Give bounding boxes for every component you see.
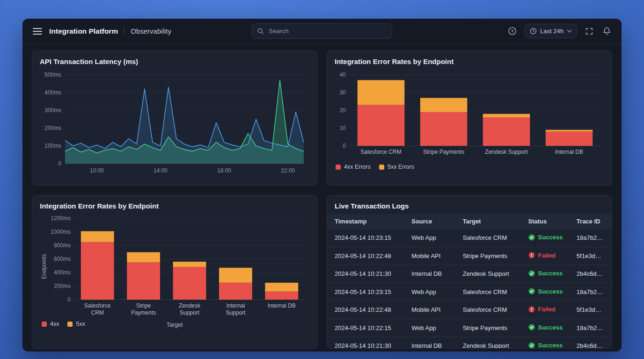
help-button[interactable]: ?: [507, 26, 518, 36]
svg-text:14:00: 14:00: [154, 167, 168, 174]
svg-text:800ms: 800ms: [54, 242, 71, 249]
status-badge: Success: [528, 269, 563, 277]
legend-swatch: [379, 165, 384, 170]
panel-title-logs: Live Transaction Logs: [335, 202, 604, 210]
logs-table: TimestampSourceTargetStatusTrace ID 2024…: [327, 214, 612, 349]
fullscreen-icon: [585, 27, 593, 36]
status-badge: Success: [528, 323, 563, 331]
time-range-selector[interactable]: Last 24h: [525, 24, 577, 38]
svg-text:200ms: 200ms: [54, 283, 71, 289]
svg-text:22:00: 22:00: [281, 167, 295, 174]
log-cell: 2024-05-14 10:22:15: [327, 319, 407, 337]
log-row: 2024-05-14 10:21:30Internal DBZendesk Su…: [327, 265, 612, 283]
log-cell: 2024-05-14 10:23:15: [327, 283, 407, 301]
latency-line-chart: 0100ms200ms300ms400ms500ms10:0014:0018:0…: [40, 69, 309, 178]
log-cell: 2b4c6d1e...: [572, 265, 612, 283]
error-duration-bar-chart: 0200ms400ms600ms800ms1000ms1200msSalesfo…: [48, 214, 309, 319]
x-axis-title: Target: [40, 322, 309, 328]
duration-chart-wrap: Endpoints 0200ms400ms600ms800ms1000ms120…: [40, 214, 309, 319]
status-badge: Success: [528, 341, 563, 349]
log-cell: 18a7b2c9...: [572, 229, 612, 247]
log-cell: 18a7b2c9...: [572, 319, 612, 337]
log-cell: Web App: [407, 283, 458, 301]
svg-text:Zendesk Support: Zendesk Support: [485, 149, 528, 155]
svg-text:Salesforce: Salesforce: [84, 302, 111, 309]
title-divider: [124, 27, 124, 36]
svg-text:30: 30: [340, 89, 346, 96]
log-cell: 2b4c6d1e...: [572, 337, 612, 349]
logs-header-row: TimestampSourceTargetStatusTrace ID: [327, 214, 612, 229]
log-row: 2024-05-14 10:22:15Web AppStripe Payment…: [327, 319, 612, 337]
log-cell: Stripe Payments: [458, 319, 524, 337]
section-title: Observability: [131, 27, 171, 35]
log-cell: 18a7b2c9...: [572, 283, 612, 301]
legend-label: 5xx Errors: [388, 164, 414, 170]
svg-text:Internal DB: Internal DB: [268, 302, 296, 309]
status-label: Failed: [538, 305, 556, 313]
log-row: 2024-05-14 10:23:15Web AppSalesforce CRM…: [327, 229, 612, 247]
error-rates-legend: 4xx Errors5xx Errors: [335, 164, 604, 170]
clock-icon: [530, 28, 537, 35]
duration-chart-footer: 4xx5xx Target: [40, 320, 309, 330]
topbar-actions: ? Last 24h: [400, 24, 612, 38]
log-row: 2024-05-14 10:23:15Web AppSalesforce CRM…: [327, 283, 612, 301]
top-bar: Integration Platform Observability ?: [22, 19, 622, 44]
log-row: 2024-05-14 10:21:30Internal DBZendesk Su…: [327, 337, 612, 349]
search-icon: [257, 28, 264, 35]
log-cell: Salesforce CRM: [458, 283, 524, 301]
svg-text:40: 40: [340, 72, 346, 78]
log-cell: Zendesk Support: [458, 337, 524, 349]
log-cell: Zendesk Support: [458, 265, 524, 283]
legend-label: 4xx Errors: [344, 164, 371, 170]
status-label: Success: [538, 287, 563, 295]
legend-item[interactable]: 4xx Errors: [336, 164, 371, 170]
status-label: Success: [538, 323, 563, 331]
svg-text:10:00: 10:00: [90, 167, 104, 174]
logs-column-header: Target: [458, 214, 524, 229]
notifications-button[interactable]: [601, 26, 612, 36]
status-cell: Success: [524, 229, 572, 247]
logs-column-header: Source: [407, 214, 458, 229]
svg-text:Support: Support: [226, 309, 246, 316]
fullscreen-button[interactable]: [584, 26, 594, 36]
svg-text:0: 0: [67, 296, 71, 303]
help-icon: ?: [508, 27, 517, 36]
y-axis-title: Endpoints: [40, 214, 48, 319]
log-cell: Mobile API: [407, 301, 458, 319]
failed-icon: [528, 306, 535, 313]
status-cell: Success: [524, 337, 572, 349]
log-cell: Web App: [407, 319, 458, 337]
svg-text:200ms: 200ms: [44, 125, 61, 131]
log-cell: 2024-05-14 10:21:30: [327, 265, 407, 283]
panel-api-latency: API Transaction Latency (ms) 0100ms200ms…: [32, 50, 317, 186]
svg-text:CRM: CRM: [91, 309, 104, 316]
log-cell: Internal DB: [407, 265, 458, 283]
svg-text:20: 20: [340, 107, 346, 114]
chevron-down-icon: [567, 29, 572, 33]
svg-text:?: ?: [511, 29, 514, 34]
legend-swatch: [336, 165, 341, 170]
status-label: Success: [538, 233, 563, 241]
svg-text:Internal DB: Internal DB: [555, 149, 583, 155]
log-cell: Stripe Payments: [458, 247, 524, 265]
menu-button[interactable]: [32, 27, 43, 36]
y-axis-title-label: Endpoints: [41, 254, 47, 279]
svg-text:1200ms: 1200ms: [51, 215, 71, 222]
desktop-background: Integration Platform Observability ?: [0, 0, 644, 359]
status-badge: Success: [528, 233, 563, 241]
svg-text:Payments: Payments: [131, 309, 156, 316]
svg-text:10: 10: [340, 125, 346, 131]
legend-item[interactable]: 5xx Errors: [379, 164, 414, 170]
status-label: Failed: [538, 251, 556, 259]
svg-text:18:00: 18:00: [217, 167, 231, 174]
search-input[interactable]: [268, 27, 387, 35]
svg-text:500ms: 500ms: [44, 72, 61, 78]
log-cell: 2024-05-14 10:22:48: [327, 301, 407, 319]
error-rates-bar-chart: 010203040Salesforce CRMStripe PaymentsZe…: [335, 69, 604, 159]
svg-text:Stripe Payments: Stripe Payments: [423, 149, 464, 155]
svg-text:Salesforce CRM: Salesforce CRM: [360, 149, 401, 155]
status-label: Success: [538, 269, 563, 277]
logs-column-header: Timestamp: [327, 214, 407, 229]
log-cell: 2024-05-14 10:22:48: [327, 247, 407, 265]
svg-text:0: 0: [343, 143, 346, 149]
